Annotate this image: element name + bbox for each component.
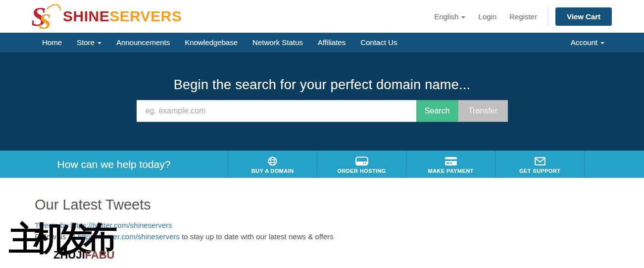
nav-spacer	[404, 33, 563, 53]
helpbar-title: How can we help today?	[57, 159, 171, 170]
credit-card-icon	[445, 157, 457, 166]
tweets-section: Our Latest Tweets Tweets by https://twit…	[0, 178, 644, 241]
helpbar-item-label: GET SUPPORT	[519, 168, 560, 174]
domain-search-form: Search Transfer	[137, 100, 508, 122]
helpbar-item-make-payment[interactable]: MAKE PAYMENT	[406, 151, 495, 178]
hero-section: Begin the search for your perfect domain…	[0, 53, 644, 151]
tweets-feed-link[interactable]: Tweets by https://twitter.com/shineserve…	[35, 221, 172, 229]
chevron-down-icon	[600, 42, 604, 44]
follow-prefix: Follow us @	[35, 232, 78, 241]
follow-link[interactable]: https://twitter.com/shineservers	[78, 232, 180, 241]
helpbar-item-get-support[interactable]: GET SUPPORT	[495, 151, 584, 178]
helpbar-item-buy-a-domain[interactable]: BUY A DOMAIN	[228, 151, 317, 178]
nav-item-store[interactable]: Store	[69, 33, 109, 53]
brand-servers: SERVERS	[109, 8, 182, 24]
brand-shine: SHINE	[63, 8, 109, 24]
chevron-down-icon	[461, 16, 465, 18]
view-cart-button[interactable]: View Cart	[555, 7, 612, 26]
transfer-button[interactable]: Transfer	[458, 100, 508, 122]
register-link[interactable]: Register	[509, 12, 537, 21]
language-selector[interactable]: English	[434, 12, 465, 21]
nav-label: Home	[42, 38, 62, 47]
shineservers-logo-icon: S S	[32, 2, 61, 30]
app-header: S S SHINESERVERS English Login Register …	[0, 0, 644, 33]
helpbar-spacer	[584, 151, 644, 178]
envelope-icon	[535, 157, 545, 166]
nav-label: Announcements	[116, 38, 170, 47]
nav-item-contact-us[interactable]: Contact Us	[353, 33, 404, 53]
login-link[interactable]: Login	[478, 12, 496, 21]
language-label: English	[434, 12, 458, 21]
watermark-latin-black: ZHUJI	[53, 249, 85, 261]
watermark-latin: ZHUJIFABU	[53, 250, 114, 261]
hero-title: Begin the search for your perfect domain…	[0, 77, 644, 93]
nav-item-account[interactable]: Account	[563, 33, 612, 53]
logo[interactable]: S S SHINESERVERS	[32, 2, 182, 30]
globe-icon	[268, 157, 277, 166]
main-nav: Home Store Announcements Knowledgebase N…	[0, 33, 644, 53]
helpbar-item-order-hosting[interactable]: ORDER HOSTING	[317, 151, 406, 178]
nav-label: Store	[77, 38, 95, 47]
nav-item-knowledgebase[interactable]: Knowledgebase	[177, 33, 245, 53]
nav-item-affiliates[interactable]: Affiliates	[310, 33, 353, 53]
helpbar-item-label: ORDER HOSTING	[337, 168, 386, 174]
svg-text:S: S	[39, 9, 51, 30]
domain-search-input[interactable]	[137, 100, 416, 122]
nav-label: Network Status	[252, 38, 303, 47]
nav-item-network-status[interactable]: Network Status	[245, 33, 310, 53]
header-divider	[548, 6, 548, 26]
nav-label: Affiliates	[318, 38, 346, 47]
tweets-heading: Our Latest Tweets	[35, 197, 644, 213]
nav-label: Knowledgebase	[185, 38, 238, 47]
nav-item-home[interactable]: Home	[35, 33, 69, 53]
nav-label: Contact Us	[360, 38, 397, 47]
search-button[interactable]: Search	[416, 100, 458, 122]
chevron-down-icon	[98, 42, 101, 44]
follow-text: Follow us @ https://twitter.com/shineser…	[35, 232, 644, 241]
helpbar-item-label: BUY A DOMAIN	[251, 168, 294, 174]
server-icon	[355, 157, 368, 166]
nav-item-announcements[interactable]: Announcements	[109, 33, 177, 53]
watermark-latin-red: FABU	[85, 249, 115, 261]
nav-label: Account	[571, 38, 597, 47]
logo-text: SHINESERVERS	[63, 8, 182, 25]
helpbar: How can we help today? BUY A DOMAIN ORDE…	[0, 151, 644, 178]
helpbar-item-label: MAKE PAYMENT	[428, 168, 473, 174]
follow-suffix: to stay up to date with our latest news …	[180, 232, 334, 241]
